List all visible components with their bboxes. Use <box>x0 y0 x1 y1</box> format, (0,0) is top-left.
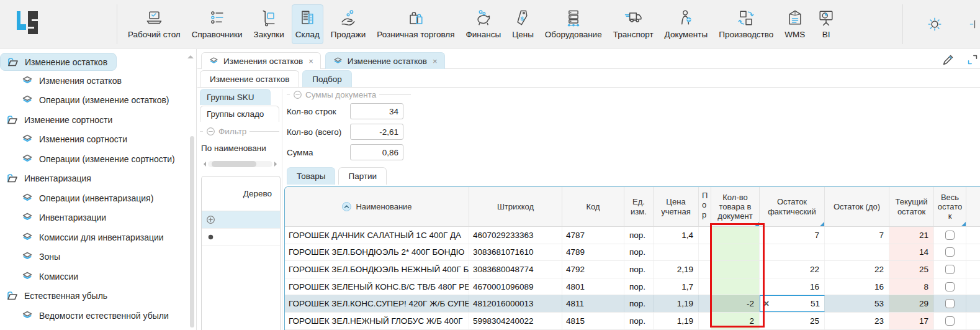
column-header-name[interactable]: Наименование <box>285 187 469 226</box>
sidebar-item[interactable]: Инвентаризации <box>15 208 115 228</box>
toolbar-item-sales[interactable]: Продажи <box>327 4 369 44</box>
cell-name[interactable]: ГОРОШЕК ЗЕЛ.БОНДЮЭЛЬ НЕЖНЫЙ 400Г Б <box>285 261 469 278</box>
cell-code[interactable]: 4815 <box>562 313 624 329</box>
plus-icon[interactable] <box>206 215 215 224</box>
app-logo-icon[interactable] <box>14 8 41 40</box>
sidebar-item[interactable]: Изменение остатков <box>0 53 117 71</box>
column-header-qty[interactable]: Кол-во товара в документ <box>711 187 760 226</box>
sidebar-item[interactable]: Комиссии для инвентаризации <box>15 227 173 247</box>
cell-por[interactable] <box>699 278 711 295</box>
cell-name[interactable]: ГОРОШЕК ЗЕЛЕНЫЙ КОНС.В/С ТВ/Б 480Г РЕ <box>285 278 469 295</box>
sidebar-item[interactable]: Ведомости естественной убыли <box>15 306 178 326</box>
checkbox[interactable] <box>945 247 955 257</box>
toolbar-item-prices[interactable]: $Цены <box>508 4 537 44</box>
document-tab[interactable]: Изменение остатков× <box>325 52 445 69</box>
sun-icon[interactable] <box>925 14 945 34</box>
cell-before[interactable]: 22 <box>825 261 889 278</box>
expand-icon[interactable] <box>966 53 979 66</box>
cell-price[interactable]: 2,19 <box>654 261 699 278</box>
cell-unit[interactable]: пор. <box>624 261 654 278</box>
sidebar-item[interactable]: Изменение сортности <box>0 110 121 130</box>
sidebar-item[interactable]: Инвентаризация <box>0 169 100 189</box>
cell-unit[interactable]: пор. <box>624 313 654 329</box>
checkbox[interactable] <box>945 282 955 291</box>
scroll-right-icon[interactable] <box>274 162 279 167</box>
cell-por[interactable] <box>699 244 711 261</box>
left-panel-tab[interactable]: Группы SKU <box>200 89 271 105</box>
cell-before[interactable]: 23 <box>825 313 889 329</box>
toolbar-item-purchases[interactable]: Закупки <box>250 4 288 44</box>
close-icon[interactable]: × <box>308 57 313 66</box>
toolbar-item-retail[interactable]: Розничная торговля <box>373 4 458 44</box>
cell-barcode[interactable]: 4670001096089 <box>469 278 562 295</box>
toolbar-item-finance[interactable]: Финансы <box>462 4 505 44</box>
cell-fact[interactable]: 25 <box>760 313 825 329</box>
cell-fact[interactable]: 22 <box>760 261 825 278</box>
cell-por[interactable] <box>699 313 711 329</box>
collapse-icon[interactable] <box>293 90 302 99</box>
cell-por[interactable] <box>699 261 711 278</box>
tree-item-row[interactable] <box>202 229 280 246</box>
checkbox[interactable] <box>945 265 955 274</box>
column-header-price[interactable]: Цена учетная <box>654 187 699 226</box>
table-row[interactable]: ГОРОШЕК ЗЕЛ.БОНДЮЭЛЬ НЕЖНЫЙ 400Г Б308368… <box>285 261 980 278</box>
panel-splitter[interactable] <box>282 89 282 330</box>
tree-column-header[interactable]: Дерево <box>202 176 280 211</box>
column-header-current[interactable]: Текущий остаток <box>889 187 934 226</box>
tree-expand-row[interactable] <box>202 211 280 229</box>
table-row[interactable]: ГОРОШЕК ЗЕЛ.БОНДЮЭЛЬ 2* 400Г БОНДЮ308368… <box>285 244 980 262</box>
column-header-unit[interactable]: Ед. изм. <box>624 187 654 226</box>
toolbar-item-wms[interactable]: WMS <box>781 4 809 44</box>
cell-unit[interactable]: пор. <box>624 244 654 261</box>
sidebar-item[interactable]: Комиссии <box>15 267 87 286</box>
view-tab[interactable]: Изменение остатков <box>200 70 299 87</box>
grid-tab[interactable]: Партии <box>338 167 387 185</box>
view-tab[interactable]: Подбор <box>302 70 352 87</box>
cell-before[interactable]: 7 <box>825 227 889 244</box>
cell-name[interactable]: ГОРОШЕК ЗЕЛ.НЕЖНЫЙ ГЛОБУС Ж/Б 400Г <box>285 313 469 329</box>
toolbar-item-production[interactable]: Производство <box>715 4 777 44</box>
sum-field-value[interactable]: 34 <box>350 103 403 119</box>
sidebar-item[interactable]: Операции (изменение сортности) <box>15 149 184 169</box>
cell-price[interactable]: 1,19 <box>654 295 699 312</box>
column-header-before[interactable]: Остаток (до) <box>825 187 889 226</box>
checkbox[interactable] <box>945 231 955 240</box>
sidebar-item[interactable]: Естественная убыль <box>0 286 116 306</box>
cell-current[interactable]: 14 <box>889 244 934 261</box>
cell-name[interactable]: ГОРОШЕК ЗЕЛ.БОНДЮЭЛЬ 2* 400Г БОНДЮ <box>285 244 469 261</box>
cell-por[interactable] <box>699 295 711 312</box>
cell-barcode[interactable]: 4812016000013 <box>469 295 562 312</box>
toolbar-item-warehouse[interactable]: Склад <box>292 4 323 44</box>
cell-current[interactable]: 29 <box>889 295 934 312</box>
table-row[interactable]: ГОРОШЕК ЗЕЛЕНЫЙ КОНС.В/С ТВ/Б 480Г РЕ467… <box>285 278 980 296</box>
left-panel-tab[interactable]: Группы складо <box>200 106 279 122</box>
table-row[interactable]: ГОРОШЕК ДАЧНИК САЛАТНЫЙ 1С 400Г ДА460702… <box>285 227 980 244</box>
sidebar-item[interactable]: Изменения сортности <box>15 130 136 150</box>
cell-price[interactable]: 1,4 <box>654 227 699 244</box>
sum-field-value[interactable]: 0,86 <box>350 144 403 160</box>
document-tab[interactable]: Изменения остатков× <box>201 52 321 69</box>
toolbar-item-documents[interactable]: Документы <box>661 4 712 44</box>
cell-fact[interactable]: 7 <box>760 227 825 244</box>
column-header-code[interactable]: Код <box>562 187 624 226</box>
close-icon[interactable]: × <box>433 57 438 66</box>
column-header-check[interactable]: Весь остаток <box>934 187 966 226</box>
table-row[interactable]: ГОРОШЕК ЗЕЛ.НЕЖНЫЙ ГЛОБУС Ж/Б 400Г599830… <box>285 313 980 330</box>
collapse-icon[interactable] <box>206 127 215 136</box>
column-header-barcode[interactable]: Штрихкод <box>469 187 562 226</box>
toolbar-item-transport[interactable]: Транспорт <box>609 4 657 44</box>
cell-barcode[interactable]: 5998304240022 <box>469 313 562 329</box>
cell-name[interactable]: ГОРОШЕК ЗЕЛ.КОНС.СУПЕР! 420Г Ж/Б СУПЕ <box>285 295 469 312</box>
toolbar-item-bi[interactable]: BI <box>812 4 840 44</box>
cell-name[interactable]: ГОРОШЕК ДАЧНИК САЛАТНЫЙ 1С 400Г ДА <box>285 227 469 244</box>
cell-unit[interactable]: пор. <box>624 295 654 312</box>
filter-horizontal-scrollbar[interactable] <box>201 160 279 168</box>
cell-barcode[interactable]: 3083680048774 <box>469 261 562 278</box>
cell-fact[interactable] <box>760 244 825 261</box>
grid-tab[interactable]: Товары <box>287 167 335 185</box>
toolbar-item-equipment[interactable]: Оборудование <box>541 4 606 44</box>
sidebar-item[interactable]: Операции (инвентаризация) <box>15 188 162 208</box>
scrollbar-thumb[interactable] <box>212 161 256 167</box>
cell-price[interactable]: 1,7 <box>654 278 699 295</box>
cell-current[interactable]: 25 <box>889 261 934 278</box>
